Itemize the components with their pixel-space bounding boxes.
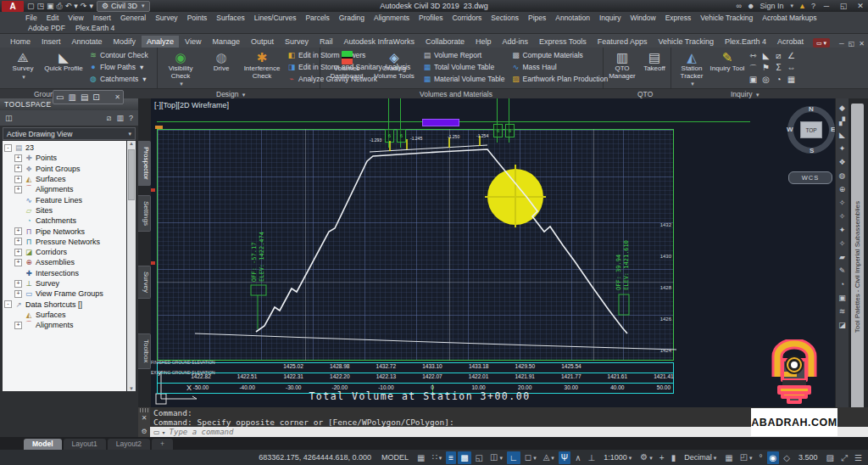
tree-expand-toggle[interactable]: + [14, 238, 22, 245]
status-bar-item[interactable]: ▩ [458, 451, 470, 464]
ribbon-big-button[interactable]: ⟁Survey▾ [3, 49, 43, 81]
tree-expand-toggle[interactable]: + [14, 290, 22, 298]
panel-label[interactable]: Design ▾ [216, 90, 245, 98]
status-bar-item[interactable]: ∟ [507, 451, 520, 464]
ribbon-small-button[interactable]: ▦Total Volume Table [420, 61, 508, 73]
tree-expand-toggle[interactable]: + [14, 176, 22, 183]
navbar-icon[interactable]: ✧ [839, 199, 846, 207]
menu-item[interactable]: Window [630, 14, 655, 22]
menu-item[interactable]: Points [187, 14, 208, 22]
navbar-icon[interactable]: ❖ [838, 158, 845, 166]
drag-grip[interactable] [140, 408, 148, 412]
panel-label[interactable]: Inquiry ▾ [731, 90, 759, 98]
navbar-icon[interactable]: ◆ [839, 104, 845, 112]
navbar-icon[interactable]: ▣ [838, 294, 846, 302]
status-bar-item[interactable]: ∧ [572, 451, 583, 464]
minimize-button[interactable]: ─ [821, 2, 832, 10]
tree-item[interactable]: ◔ Catchments [3, 216, 126, 226]
panel-label[interactable]: QTO [637, 90, 653, 98]
status-bar-item[interactable]: ☰ [852, 451, 865, 464]
ribbon-small-button[interactable]: ▨Earthwork Plan Production [508, 73, 611, 85]
tree-expand-toggle[interactable]: + [14, 259, 22, 266]
ribbon-big-button[interactable]: ✎Inquiry Tool [709, 49, 745, 87]
autocad-logo-icon[interactable]: A [2, 1, 24, 12]
menu-item[interactable]: Survey [155, 14, 177, 22]
qat-icon[interactable]: ↷ [81, 2, 87, 10]
tool-palettes-titlebar[interactable]: Tool Palettes - Civil Imperial Subassemb… [851, 104, 864, 431]
tree-item[interactable]: + ⊕ Assemblies [3, 257, 126, 267]
ribbon-tab[interactable]: Output [246, 36, 279, 48]
inquiry-tool-icon[interactable]: ∠ [785, 51, 798, 63]
inquiry-tool-icon[interactable]: ⇔ [785, 63, 798, 75]
menu-item[interactable]: Acrobat Markups [762, 14, 816, 22]
status-bar-item[interactable]: ◇ [781, 451, 793, 464]
restore-button[interactable]: ◱ [837, 2, 849, 10]
tree-expand-toggle[interactable]: + [14, 165, 22, 172]
ribbon-small-button[interactable]: ◍Catchments▾ [86, 73, 152, 85]
menu-item[interactable]: Express [665, 14, 692, 22]
status-bar-item[interactable]: ◉ [767, 451, 780, 464]
inquiry-tool-icon[interactable]: ⚑ [760, 63, 772, 75]
ribbon-overflow-button[interactable]: ▭ ▾ [813, 38, 830, 48]
drawing-canvas[interactable]: [-][Top][2D Wireframe] 6666 OFF: -57.17 … [151, 98, 835, 407]
menu-item[interactable]: Lines/Curves [254, 14, 297, 22]
navbar-icon[interactable]: ✧ [839, 239, 846, 248]
status-bar-item[interactable]: ▦ [415, 451, 427, 464]
menu-item[interactable]: View [68, 14, 83, 22]
menu-item[interactable]: Profiles [419, 14, 442, 22]
layout-tab[interactable]: Layout1 [64, 439, 106, 450]
customize-icon[interactable]: ⚙ [141, 428, 147, 435]
ribbon-tab[interactable]: Home [5, 36, 36, 48]
inquiry-tool-icon[interactable]: ◎ [760, 75, 772, 87]
toolspace-toolbar-icon[interactable]: ? [129, 114, 133, 122]
navbar-icon[interactable]: ≋ [839, 307, 846, 316]
ribbon-tab[interactable]: Rail [314, 36, 338, 48]
existing-ground-line[interactable] [195, 333, 676, 350]
search-icon[interactable]: ∞ [737, 2, 742, 10]
navbar-icon[interactable]: ✦ [839, 226, 846, 234]
close-icon[interactable]: ✕ [114, 93, 120, 101]
ribbon-tab[interactable]: Autodesk InfraWorks [339, 36, 420, 48]
tree-expand-toggle[interactable]: + [14, 322, 22, 329]
compass-north[interactable]: N [809, 105, 814, 113]
chevron-down-icon[interactable]: ▾ [163, 429, 165, 435]
navbar-icon[interactable]: ⊕ [839, 185, 846, 193]
toolspace-toolbar-icon[interactable]: ⧄ [107, 114, 112, 123]
navbar-icon[interactable]: ▞ [839, 117, 845, 126]
tree-item[interactable]: + ◭ Surfaces [3, 174, 126, 184]
command-input[interactable] [168, 427, 426, 437]
qat-icon[interactable]: ▾ [74, 2, 78, 10]
status-bar-item[interactable]: ≡ [446, 451, 456, 464]
inquiry-tool-icon[interactable]: ⇿ [747, 51, 760, 63]
tree-expand-toggle[interactable]: - [4, 144, 12, 152]
layout-tab[interactable]: Layout2 [108, 439, 150, 450]
document-window-control[interactable]: ✕ [859, 40, 865, 48]
toolspace-toolbar-icon[interactable]: ▥ [116, 114, 124, 122]
toolspace-tab[interactable]: Settings [138, 195, 151, 232]
tree-expand-toggle[interactable]: + [14, 154, 22, 162]
command-prompt-icon[interactable]: ▭ [153, 429, 160, 436]
toolspace-tab[interactable]: Prospector [138, 141, 151, 186]
status-bar-item[interactable]: ⊥ [586, 451, 598, 464]
wcs-button[interactable]: WCS [788, 171, 832, 184]
ribbon-tab[interactable]: Featured Apps [593, 36, 653, 48]
status-bar-item[interactable]: ▮ [669, 451, 679, 464]
toolspace-toolbar-icon[interactable]: ◫ [5, 114, 13, 122]
status-bar-item[interactable]: ◻▾ [522, 451, 539, 464]
chevron-down-icon[interactable]: ▾ [791, 3, 794, 9]
ribbon-tab[interactable]: Collaborate [420, 36, 470, 48]
tree-item[interactable]: - ▤ 23 [3, 143, 126, 153]
status-bar-item[interactable]: MODEL [377, 451, 413, 464]
status-bar-item[interactable]: ◫▾ [487, 451, 505, 464]
menu-item[interactable]: Surfaces [216, 14, 245, 22]
mini-toolbar-icon[interactable]: ▭ [56, 92, 64, 102]
document-window-control[interactable]: ◱ [849, 40, 855, 48]
status-bar-item[interactable]: Decimal▾ [680, 451, 721, 464]
ribbon-big-button[interactable]: ◣Quick Profile [43, 49, 84, 81]
tree-expand-toggle[interactable]: + [14, 280, 22, 288]
menu-item[interactable]: Inquiry [599, 14, 621, 22]
status-bar-item[interactable]: 1:1000▾ [599, 451, 636, 464]
design-surface-line[interactable] [256, 149, 627, 333]
viewcube-top-face[interactable]: TOP [800, 121, 822, 138]
ribbon-small-button[interactable]: ●Flow Paths▾ [86, 61, 152, 73]
